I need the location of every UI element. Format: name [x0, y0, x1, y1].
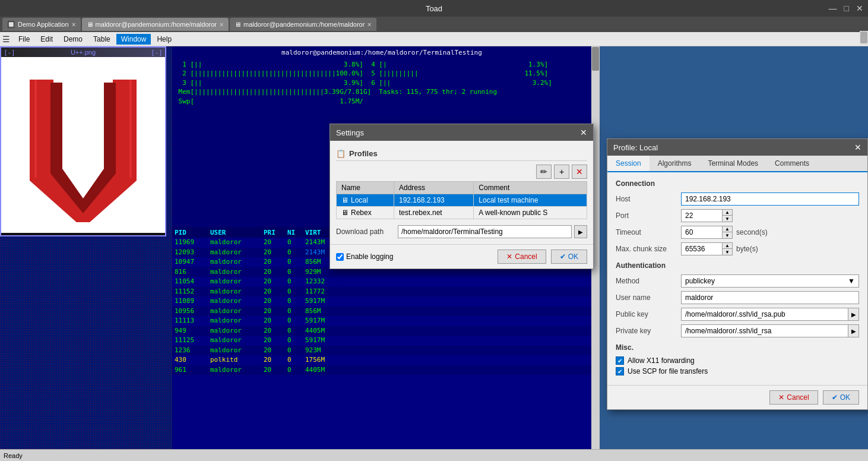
edit-profile-button[interactable]: ✏ [536, 165, 552, 179]
menu-file[interactable]: File [14, 34, 34, 45]
settings-cancel-button[interactable]: ✕ Cancel [498, 250, 546, 264]
profile-ok-button[interactable]: ✔ OK [823, 390, 859, 405]
bottom-status-bar: Ready [0, 449, 868, 461]
process-row: 1236maldoror200923M [172, 346, 591, 356]
profiles-header: 📋 Profiles [336, 147, 587, 161]
tab-algorithms[interactable]: Algorithms [650, 156, 700, 171]
download-path-browse-button[interactable]: ▶ [574, 225, 587, 238]
profile-cancel-x-icon: ✕ [778, 393, 784, 402]
col-header-name: Name [337, 182, 394, 194]
private-key-path: ▶ [681, 324, 859, 337]
profile-close-button[interactable]: ✕ [854, 143, 861, 152]
timeout-input[interactable] [681, 226, 723, 239]
hamburger-menu[interactable]: ☰ [2, 34, 10, 44]
process-row: 11125maldoror2005917M [172, 336, 591, 346]
settings-ok-button[interactable]: ✔ OK [551, 250, 587, 264]
process-row: 11054maldoror20012332 [172, 277, 591, 287]
process-row: 430polkitd2001756M [172, 355, 591, 365]
download-path-row: Download path ▶ [336, 225, 587, 238]
username-row: User name [616, 291, 859, 304]
port-up-arrow[interactable]: ▲ [723, 210, 732, 216]
enable-logging-checkbox[interactable] [336, 253, 344, 261]
misc-section: Misc. ✔ Allow X11 forwarding ✔ Use SCP f… [616, 343, 859, 375]
host-input[interactable] [681, 192, 859, 206]
add-profile-button[interactable]: + [554, 165, 569, 179]
public-key-browse-button[interactable]: ▶ [848, 308, 859, 321]
tab-session[interactable]: Session [607, 156, 650, 172]
process-row: 11152maldoror20011772 [172, 287, 591, 297]
download-path-input[interactable] [398, 225, 572, 238]
chunk-down-arrow[interactable]: ▼ [723, 249, 732, 255]
public-key-path: ▶ [681, 308, 859, 321]
profile-row-rebex[interactable]: 🖥Rebex test.rebex.net A well-known publi… [337, 207, 587, 219]
profiles-toolbar: ✏ + ✕ [336, 165, 587, 179]
col-header-address: Address [394, 182, 473, 194]
image-window-titlebar: [ - ] U++.png [ - ] [1, 48, 165, 57]
timeout-down-arrow[interactable]: ▼ [723, 232, 732, 238]
allow-x11-checkbox[interactable]: ✔ [616, 356, 624, 365]
timeout-unit: second(s) [736, 228, 768, 236]
maximize-button[interactable]: □ [844, 4, 849, 13]
title-bar: Toad — □ ✕ [0, 0, 868, 17]
tab-close-icon-3[interactable]: ✕ [367, 21, 372, 28]
use-scp-label: Use SCP for file transfers [628, 367, 708, 375]
tab-terminal-2[interactable]: 🖥 maldoror@pandemonium:/home/maldoror ✕ [230, 18, 376, 31]
host-label: Host [616, 195, 681, 203]
menu-edit[interactable]: Edit [36, 34, 58, 45]
timeout-spinner: ▲ ▼ [681, 226, 733, 239]
profile-local-dialog: Profile: Local ✕ Session Algorithms Term… [607, 138, 868, 410]
menu-demo[interactable]: Demo [59, 34, 87, 45]
settings-close-button[interactable]: ✕ [580, 128, 587, 137]
process-row: 10956maldoror200856M [172, 307, 591, 317]
upp-logo [18, 68, 148, 222]
menu-table[interactable]: Table [88, 34, 115, 45]
minimize-button[interactable]: — [829, 4, 837, 13]
delete-profile-button[interactable]: ✕ [572, 165, 587, 179]
terminal-swp: Swp[ 1.75M/ [175, 97, 589, 106]
profile-cancel-button[interactable]: ✕ Cancel [769, 390, 818, 405]
chunk-size-input[interactable] [681, 242, 723, 255]
terminal-header: maldoror@pandemonium:/home/maldoror/Term… [175, 49, 589, 56]
image-window-left-bracket: [ - ] [5, 49, 14, 56]
profile-title-label: Profile: Local [613, 143, 658, 152]
close-button[interactable]: ✕ [856, 4, 863, 13]
process-row: 961maldoror2004405M [172, 365, 591, 375]
tab-terminal-modes[interactable]: Terminal Modes [699, 156, 766, 171]
chunk-up-arrow[interactable]: ▲ [723, 243, 732, 249]
menu-help[interactable]: Help [152, 34, 176, 45]
tab-demo-application[interactable]: 🔲 Demo Application ✕ [2, 18, 81, 31]
settings-dialog-footer: Enable logging ✕ Cancel ✔ OK [330, 244, 593, 269]
tab-close-icon[interactable]: ✕ [71, 21, 76, 28]
tab-terminal-1[interactable]: 🖥 maldoror@pandemonium:/home/maldoror ✕ [82, 18, 229, 31]
method-select[interactable]: publickey ▼ [681, 274, 859, 288]
terminal-mem: Mem[|||||||||||||||||||||||||||||||||3.3… [175, 87, 589, 96]
tab-label-2: maldoror@pandemonium:/home/maldoror [96, 21, 217, 28]
private-key-input[interactable] [681, 324, 848, 337]
port-input[interactable] [681, 209, 723, 222]
terminal-line-3: 3 [|| 3.9%] 6 [|| 3.2%] [175, 78, 589, 87]
method-row: Method publickey ▼ [616, 274, 859, 288]
username-input[interactable] [681, 291, 859, 304]
auth-section-title: Authentication [616, 261, 859, 270]
misc-section-title: Misc. [616, 343, 859, 352]
port-down-arrow[interactable]: ▼ [723, 216, 732, 222]
private-key-browse-button[interactable]: ▶ [848, 324, 859, 337]
footer-buttons: ✕ Cancel ✔ OK [498, 250, 587, 264]
port-label: Port [616, 211, 681, 220]
profile-name-local: 🖥Local [337, 194, 394, 207]
terminal-line-2: 2 [||||||||||||||||||||||||||||||||||||1… [175, 69, 589, 78]
use-scp-checkbox[interactable]: ✔ [616, 367, 624, 375]
settings-title-label: Settings [336, 128, 364, 137]
cancel-label: Cancel [515, 252, 537, 261]
timeout-up-arrow[interactable]: ▲ [723, 226, 732, 232]
profile-row-local[interactable]: 🖥Local 192.168.2.193 Local test machine [337, 194, 587, 207]
profile-dialog-footer: ✕ Cancel ✔ OK [607, 385, 867, 409]
tab-icon-2: 🖥 [87, 21, 93, 28]
image-window-title-label: U++.png [71, 49, 96, 56]
settings-dialog-title: Settings ✕ [330, 124, 593, 141]
public-key-input[interactable] [681, 308, 848, 321]
tab-close-icon-2[interactable]: ✕ [219, 21, 224, 28]
menu-window[interactable]: Window [116, 34, 151, 45]
col-user: USER [210, 229, 264, 236]
tab-comments[interactable]: Comments [766, 156, 818, 171]
